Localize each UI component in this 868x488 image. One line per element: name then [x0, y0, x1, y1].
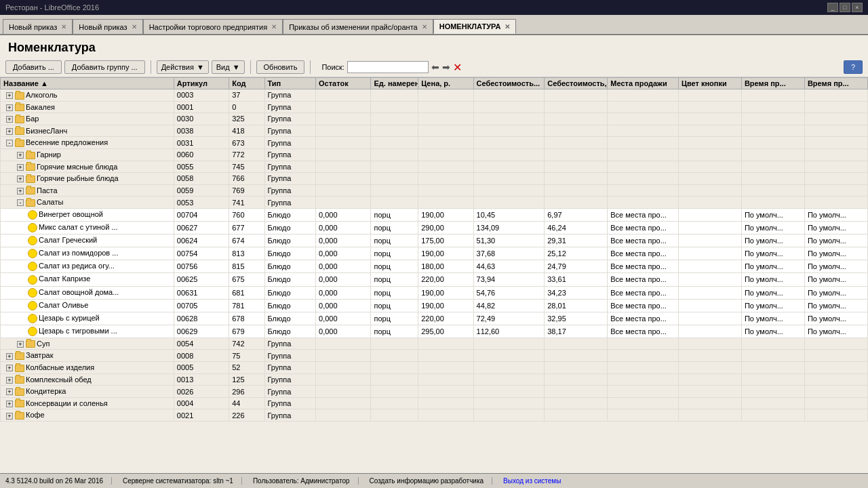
table-row[interactable]: +Кофе0021226Группа	[1, 409, 868, 422]
table-row[interactable]: +Комплексный обед0013125Группа	[1, 373, 868, 386]
minimize-button[interactable]: _	[827, 3, 838, 12]
folder-icon	[15, 352, 24, 360]
actions-dropdown[interactable]: Действия ▼	[157, 60, 209, 74]
table-row[interactable]: Салат Греческий00624674Блюдо0,000порц175…	[1, 235, 868, 247]
col-header-cost1[interactable]: Себестоимость...	[473, 78, 545, 89]
expand-icon[interactable]: -	[6, 140, 13, 146]
table-row[interactable]: Салат овощной дома...00631681Блюдо0,000п…	[1, 286, 868, 299]
table-row[interactable]: +Суп0054742Группа	[1, 338, 868, 350]
tab-tab3[interactable]: Настройки торгового предприятия✕	[143, 19, 283, 34]
tab-tab4[interactable]: Приказы об изменении прайс/оранта✕	[283, 19, 433, 34]
expand-icon[interactable]: +	[6, 365, 13, 371]
table-row[interactable]: +Гарнир0060772Группа	[1, 148, 868, 161]
cell-unit	[371, 197, 418, 209]
status-devmode: Создать информацию разработчика	[370, 477, 493, 485]
col-header-article[interactable]: Артикул	[174, 78, 229, 89]
tab-close-tab3[interactable]: ✕	[271, 23, 277, 30]
tab-tab5[interactable]: НОМЕНКЛАТУРА✕	[433, 19, 517, 34]
cell-unit	[371, 362, 418, 374]
table-row[interactable]: Салат из редиса огу...00756815Блюдо0,000…	[1, 260, 868, 273]
col-header-code[interactable]: Код	[229, 78, 264, 89]
expand-icon[interactable]: +	[6, 128, 13, 135]
expand-icon[interactable]: +	[6, 104, 13, 111]
add-group-button[interactable]: Добавить группу ...	[64, 60, 145, 74]
cell-article: 0026	[174, 386, 229, 398]
toolbar: Добавить ... Добавить группу ... Действи…	[0, 58, 868, 77]
cell-rowType: Блюдо	[264, 208, 316, 221]
col-header-places[interactable]: Места продажи	[608, 78, 679, 89]
search-prev-button[interactable]: ⬅	[431, 62, 439, 73]
col-header-time1[interactable]: Время пр...	[741, 78, 804, 89]
add-button[interactable]: Добавить ...	[5, 60, 62, 74]
cell-rest	[316, 148, 371, 161]
col-header-price[interactable]: Цена, р.	[418, 78, 473, 89]
col-header-color[interactable]: Цвет кнопки	[678, 78, 741, 89]
cell-cost2	[545, 386, 608, 398]
table-row[interactable]: -Весенние предложения0031673Группа	[1, 137, 868, 149]
maximize-button[interactable]: □	[840, 3, 850, 12]
cell-article: 0004	[174, 397, 229, 409]
cell-rest: 0,000	[316, 247, 371, 260]
expand-icon[interactable]: +	[17, 176, 24, 182]
cell-time2	[804, 350, 867, 362]
cell-price	[418, 89, 473, 102]
col-header-type[interactable]: Тип	[264, 78, 316, 89]
col-header-cost2[interactable]: Себестоимость, %	[545, 78, 608, 89]
cell-price	[418, 397, 473, 409]
tab-close-tab1[interactable]: ✕	[61, 23, 66, 30]
tab-tab1[interactable]: Новый приказ✕	[3, 19, 73, 34]
table-row[interactable]: -Салаты0053741Группа	[1, 197, 868, 209]
table-row[interactable]: +Бакалея00010Группа	[1, 101, 868, 113]
view-dropdown[interactable]: Вид ▼	[212, 60, 245, 74]
cell-article: 0031	[174, 137, 229, 149]
search-next-button[interactable]: ➡	[442, 62, 450, 73]
table-row[interactable]: Микс салат с утиной ...00627677Блюдо0,00…	[1, 222, 868, 235]
toolbar-separator-1	[151, 60, 151, 74]
corner-button[interactable]: ?	[844, 60, 863, 74]
refresh-button[interactable]: Обновить	[256, 60, 305, 74]
expand-icon[interactable]: -	[17, 199, 24, 206]
expand-icon[interactable]: +	[6, 413, 13, 420]
table-row[interactable]: +Алкоголь000337Группа	[1, 89, 868, 102]
col-header-rest[interactable]: Остаток	[316, 78, 371, 89]
expand-icon[interactable]: +	[6, 353, 13, 360]
table-row[interactable]: +БизнесЛанч0038418Группа	[1, 125, 868, 137]
expand-icon[interactable]: +	[6, 92, 13, 99]
expand-icon[interactable]: +	[6, 377, 13, 384]
col-header-unit[interactable]: Ед. намерения	[371, 78, 418, 89]
table-row[interactable]: Салат из помидоров ...00754813Блюдо0,000…	[1, 247, 868, 260]
table-row[interactable]: Цезарь с курицей00628678Блюдо0,000порц22…	[1, 312, 868, 325]
cell-code: 813	[229, 247, 264, 260]
table-row[interactable]: +Консервации и соленья000444Группа	[1, 397, 868, 409]
table-row[interactable]: +Горячие рыбные блюда0058766Группа	[1, 173, 868, 185]
table-row[interactable]: +Колбасные изделия000552Группа	[1, 362, 868, 374]
cell-rowType: Группа	[264, 338, 316, 350]
col-header-name[interactable]: Название▲	[1, 78, 174, 89]
table-row[interactable]: +Паста0059769Группа	[1, 184, 868, 197]
tab-tab2[interactable]: Новый приказ✕	[73, 19, 142, 34]
expand-icon[interactable]: +	[6, 116, 13, 123]
table-row[interactable]: Цезарь с тигровыми ...00629679Блюдо0,000…	[1, 325, 868, 338]
cell-time1	[741, 137, 804, 149]
tab-close-tab2[interactable]: ✕	[132, 23, 137, 30]
search-clear-button[interactable]: ✕	[453, 61, 462, 74]
tab-close-tab5[interactable]: ✕	[505, 23, 510, 30]
table-row[interactable]: +Кондитерка0026296Группа	[1, 386, 868, 398]
tab-close-tab4[interactable]: ✕	[422, 23, 427, 30]
table-row[interactable]: +Горячие мясные блюда0055745Группа	[1, 161, 868, 173]
expand-icon[interactable]: +	[17, 188, 24, 195]
table-row[interactable]: +Бар0030325Группа	[1, 113, 868, 125]
status-exit[interactable]: Выход из системы	[503, 477, 561, 485]
expand-icon[interactable]: +	[6, 401, 13, 407]
expand-icon[interactable]: +	[17, 341, 24, 348]
table-row[interactable]: Винегрет овощной00704760Блюдо0,000порц19…	[1, 208, 868, 221]
expand-icon[interactable]: +	[17, 164, 24, 171]
expand-icon[interactable]: +	[6, 388, 13, 395]
close-window-button[interactable]: ×	[852, 3, 863, 12]
search-input[interactable]	[347, 61, 429, 73]
expand-icon[interactable]: +	[17, 152, 24, 159]
col-header-time2[interactable]: Время пр...	[804, 78, 867, 89]
table-row[interactable]: Салат Оливье00705781Блюдо0,000порц190,00…	[1, 299, 868, 312]
table-row[interactable]: +Завтрак000875Группа	[1, 350, 868, 362]
table-row[interactable]: Салат Капризе00625675Блюдо0,000порц220,0…	[1, 273, 868, 286]
